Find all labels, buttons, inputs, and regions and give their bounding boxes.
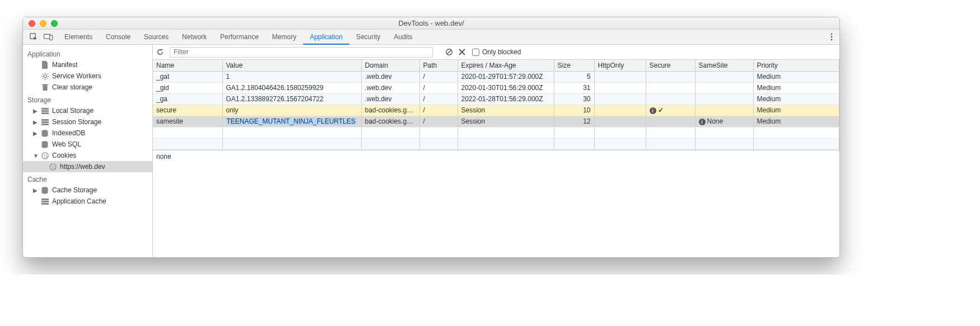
trash-icon (41, 83, 49, 91)
cell-size: 31 (554, 82, 594, 93)
application-sidebar[interactable]: ApplicationManifestService WorkersClear … (23, 45, 153, 257)
svg-point-31 (49, 163, 55, 169)
delete-icon[interactable] (459, 49, 469, 55)
sidebar-item-session-storage[interactable]: ▶Session Storage (23, 116, 152, 127)
expand-arrow-icon: ▶ (33, 187, 38, 193)
svg-line-41 (447, 50, 451, 54)
svg-point-30 (45, 156, 46, 157)
sidebar-item-https-web-dev[interactable]: https://web.dev (23, 161, 152, 172)
cell-priority: Medium (753, 93, 839, 105)
sidebar-item-local-storage[interactable]: ▶Local Storage (23, 105, 152, 116)
cell-httponly (594, 116, 646, 127)
col-priority[interactable]: Priority (753, 60, 839, 71)
sidebar-section-application: Application (23, 47, 152, 59)
sidebar-item-manifest[interactable]: Manifest (23, 59, 152, 70)
cell-size: 12 (554, 116, 594, 127)
tab-performance[interactable]: Performance (213, 30, 265, 44)
sidebar-item-application-cache[interactable]: Application Cache (23, 196, 152, 207)
col-domain[interactable]: Domain (361, 60, 419, 71)
cell-path: / (419, 82, 458, 93)
col-httponly[interactable]: HttpOnly (594, 60, 646, 71)
tab-security[interactable]: Security (349, 30, 387, 44)
col-secure[interactable]: Secure (646, 60, 695, 71)
svg-rect-23 (41, 124, 49, 125)
svg-point-4 (831, 36, 833, 38)
tab-sources[interactable]: Sources (137, 30, 175, 44)
cell-httponly (594, 93, 646, 105)
table-header-row[interactable]: NameValueDomainPathExpires / Max-AgeSize… (153, 60, 839, 71)
cell-name: _ga (153, 93, 222, 105)
cell-domain: bad-cookies.g… (361, 116, 419, 127)
zoom-window-button[interactable] (51, 20, 58, 27)
tab-network[interactable]: Network (175, 30, 213, 44)
cell-path: / (419, 71, 458, 82)
inspect-icon[interactable] (26, 30, 41, 44)
sidebar-item-service-workers[interactable]: Service Workers (23, 70, 152, 82)
svg-rect-2 (49, 35, 52, 40)
clear-icon[interactable] (445, 48, 455, 56)
col-expires-max-age[interactable]: Expires / Max-Age (458, 60, 554, 71)
sidebar-item-indexeddb[interactable]: ▶IndexedDB (23, 127, 152, 139)
cookie-icon (41, 152, 49, 159)
sidebar-item-cache-storage[interactable]: ▶Cache Storage (23, 185, 152, 196)
cell-samesite (695, 93, 753, 105)
sidebar-item-label: Clear storage (52, 83, 92, 91)
more-icon[interactable] (824, 30, 839, 44)
svg-rect-18 (41, 108, 49, 110)
col-size[interactable]: Size (554, 60, 594, 71)
table-row[interactable]: _gaGA1.2.1338892726.1567204722.web.dev/2… (153, 93, 839, 105)
stack-icon (41, 197, 49, 205)
tab-memory[interactable]: Memory (265, 30, 303, 44)
cell-priority: Medium (753, 116, 839, 127)
stack-icon (41, 107, 49, 115)
col-samesite[interactable]: SameSite (695, 60, 753, 71)
cell-expires: 2022-01-28T01:56:29.000Z (458, 93, 554, 105)
svg-point-32 (51, 165, 52, 166)
col-value[interactable]: Value (222, 60, 361, 71)
db-icon (41, 186, 49, 194)
table-row-empty[interactable] (153, 127, 839, 138)
col-path[interactable]: Path (419, 60, 458, 71)
filter-input[interactable] (170, 47, 433, 58)
tab-application[interactable]: Application (303, 30, 349, 45)
cell-expires: Session (458, 105, 554, 116)
table-row[interactable]: secureonlybad-cookies.g…/Session10i✓Medi… (153, 105, 839, 116)
tab-console[interactable]: Console (99, 30, 137, 44)
sidebar-item-label: Session Storage (52, 118, 101, 126)
cell-httponly (594, 71, 646, 82)
cookie-icon (49, 163, 57, 171)
gear-icon (41, 72, 49, 80)
sidebar-section-cache: Cache (23, 172, 152, 185)
sidebar-item-label: Service Workers (52, 72, 101, 80)
svg-point-27 (43, 154, 44, 155)
tab-elements[interactable]: Elements (58, 30, 99, 44)
tab-audits[interactable]: Audits (387, 30, 419, 44)
titlebar: DevTools - web.dev/ (23, 17, 839, 30)
only-blocked-checkbox[interactable]: Only blocked (472, 48, 521, 56)
table-row[interactable]: _gat1.web.dev/2020-01-29T01:57:29.000Z5M… (153, 71, 839, 82)
sidebar-item-web-sql[interactable]: Web SQL (23, 139, 152, 150)
table-row-empty[interactable] (153, 138, 839, 149)
cell-name: samesite (153, 116, 222, 127)
cookies-toolbar: Only blocked (153, 45, 839, 60)
cell-httponly (594, 82, 646, 93)
sidebar-item-clear-storage[interactable]: Clear storage (23, 82, 152, 93)
close-window-button[interactable] (29, 20, 35, 27)
device-toolbar-icon[interactable] (41, 30, 55, 44)
svg-rect-39 (41, 203, 49, 205)
sidebar-item-label: Web SQL (52, 140, 81, 148)
table-row[interactable]: _gidGA1.2.1804046426.1580259929.web.dev/… (153, 82, 839, 93)
col-name[interactable]: Name (153, 60, 222, 71)
cell-size: 30 (554, 93, 594, 105)
devtools-window: DevTools - web.dev/ ElementsConsoleSourc… (22, 17, 840, 258)
sidebar-item-label: Local Storage (52, 107, 94, 115)
minimize-window-button[interactable] (40, 20, 46, 27)
cell-value: GA1.2.1804046426.1580259929 (222, 82, 361, 93)
cell-value: only (222, 105, 361, 116)
cell-name: _gat (153, 71, 222, 82)
warning-icon: i (650, 107, 656, 114)
table-row[interactable]: samesiteTEENAGE_MUTANT_NINJA_FLEURTLESba… (153, 116, 839, 127)
reload-icon[interactable] (156, 48, 166, 56)
cell-value: GA1.2.1338892726.1567204722 (222, 93, 361, 105)
sidebar-item-cookies[interactable]: ▼Cookies (23, 150, 152, 161)
